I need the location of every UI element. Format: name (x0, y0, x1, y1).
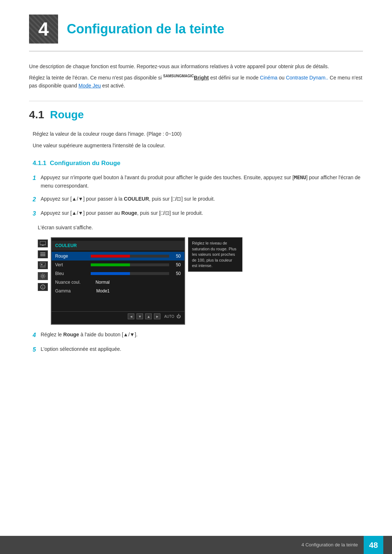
section-divider (29, 101, 363, 101)
footer-text: 4 Configuration de la teinte (302, 541, 358, 549)
step2-couleur: COULEUR (124, 196, 149, 202)
intro-line2: Réglez la teinte de l'écran. Ce menu n'e… (29, 73, 363, 90)
step-3: 3 Appuyez sur [▲/▼] pour passer au Rouge… (33, 209, 363, 218)
magic-super: SAMSUNG (163, 74, 182, 78)
section41-header: 4.1 Rouge (29, 106, 363, 123)
auto-label: AUTO (164, 314, 174, 319)
svg-rect-4 (40, 255, 45, 256)
screen-bleu-bar (91, 272, 169, 275)
icon-menu1 (38, 250, 48, 258)
svg-rect-0 (40, 241, 46, 245)
svg-rect-1 (42, 245, 44, 246)
step4-text: Réglez le Rouge à l'aide du bouton [▲/▼]… (41, 331, 363, 338)
svg-point-10 (40, 276, 41, 276)
cinema-link[interactable]: Cinéma (260, 75, 277, 81)
screen-rouge-bar (91, 255, 169, 258)
screen-nuance-label: Nuance coul. (55, 279, 88, 286)
svg-point-7 (42, 275, 44, 277)
step3-subtext: L'écran suivant s'affiche. (38, 223, 363, 231)
screen-mockup: COULEUR Rouge 50 Vert 50 (51, 237, 185, 325)
chapter-number: 4 (38, 20, 49, 38)
section41-body: Réglez la valeur de la couleur rouge dan… (29, 130, 363, 150)
svg-point-8 (42, 274, 43, 274)
screen-row-vert: Vert 50 (52, 260, 184, 269)
svg-point-12 (41, 274, 42, 275)
step4-number: 4 (33, 331, 41, 340)
step-2: 2 Appuyez sur [▲/▼] pour passer à la COU… (33, 195, 363, 204)
screen-gamma-label: Gamma (55, 288, 88, 294)
step3-number: 3 (33, 209, 41, 218)
nav-down-btn: ▼ (136, 313, 143, 319)
menu-icons: i (38, 237, 48, 291)
magic-brand: MAGIC (182, 74, 194, 78)
chapter-number-box: 4 (29, 15, 58, 44)
step1-text: Appuyez sur n'importe quel bouton à l'av… (41, 173, 363, 190)
step4-prefix: Réglez le (41, 332, 63, 337)
step2-prefix: Appuyez sur [▲/▼] pour passer à la (41, 196, 124, 202)
steps-list-2: 4 Réglez le Rouge à l'aide du bouton [▲/… (29, 331, 363, 354)
section41-body2: Une valeur supérieure augmentera l'inten… (33, 141, 363, 149)
screen-bleu-bar-fill (91, 272, 130, 275)
svg-text:i: i (42, 286, 44, 289)
section41-body1: Réglez la valeur de la couleur rouge dan… (33, 130, 363, 138)
svg-rect-3 (40, 254, 45, 255)
magic-bright: Bright (194, 75, 209, 81)
icon-info: i (38, 283, 48, 291)
subsection411-header: 4.1.1 Configuration du Rouge (29, 159, 363, 168)
footer-page-number: 48 (364, 536, 383, 554)
screen-menu-header: COULEUR (52, 241, 184, 250)
screen-bleu-value: 50 (172, 270, 181, 277)
step4-rouge: Rouge (63, 332, 79, 337)
screen-rouge-value: 50 (172, 253, 181, 259)
screen-vert-value: 50 (172, 262, 181, 268)
screen-row-empty2 (52, 303, 184, 310)
intro-line2-prefix: Réglez la teinte de l'écran. Ce menu n'e… (29, 75, 163, 81)
intro-line2-or: ou (277, 75, 286, 81)
screen-rouge-bar-fill (91, 255, 130, 258)
svg-point-11 (45, 276, 46, 276)
screen-rouge-label: Rouge (55, 253, 88, 259)
screen-bottom-bar: ◄ ▼ ▲ ► AUTO ⏻ (52, 311, 184, 321)
steps-list: 1 Appuyez sur n'importe quel bouton à l'… (29, 173, 363, 218)
svg-point-15 (41, 278, 42, 278)
intro-line2-mid: est défini sur le mode (209, 75, 260, 81)
section41-number: 4.1 (29, 106, 44, 123)
nav-right-btn: ► (154, 313, 160, 319)
intro-line2-final: est activé. (101, 83, 125, 89)
intro-line1: Une description de chaque fonction est f… (29, 62, 363, 70)
svg-point-13 (44, 278, 45, 278)
step1-prefix: Appuyez sur n'importe quel bouton à l'av… (41, 175, 294, 180)
subsection411-title: 4.1.1 Configuration du Rouge (29, 160, 121, 167)
screen-gamma-value: Mode1 (88, 288, 110, 294)
step3-text: Appuyez sur [▲/▼] pour passer au Rouge, … (41, 209, 363, 217)
step2-text: Appuyez sur [▲/▼] pour passer à la COULE… (41, 195, 363, 203)
screen-vert-label: Vert (55, 262, 88, 268)
screen-row-bleu: Bleu 50 (52, 269, 184, 278)
step-4: 4 Réglez le Rouge à l'aide du bouton [▲/… (33, 331, 363, 340)
icon-settings (38, 272, 48, 280)
step1-number: 1 (33, 173, 41, 183)
nav-up-btn: ▲ (145, 313, 152, 319)
screen-tooltip: Réglez le niveau de saturation du rouge.… (188, 237, 242, 272)
subsection411-title-text: Configuration du Rouge (50, 160, 121, 167)
contraste-link[interactable]: Contraste Dynam.. (286, 75, 328, 81)
page-footer: 4 Configuration de la teinte 48 (0, 536, 392, 554)
step5-text: L'option sélectionnée est appliquée. (41, 345, 363, 353)
step5-number: 5 (33, 345, 41, 354)
screen-row-rouge: Rouge 50 (52, 252, 184, 260)
step2-number: 2 (33, 195, 41, 204)
svg-point-14 (44, 274, 45, 275)
section41-title: Rouge (50, 106, 84, 123)
svg-point-9 (42, 278, 43, 279)
step2-suffix: , puis sur [□/⊡] sur le produit. (149, 196, 215, 202)
step4-suffix: à l'aide du bouton [▲/▼]. (79, 332, 138, 337)
screen-row-nuance: Nuance coul. Normal (52, 278, 184, 287)
screen-vert-bar-fill (91, 263, 130, 266)
power-icon: ⏻ (176, 313, 181, 320)
mode-jeu-link[interactable]: Mode Jeu (78, 83, 101, 89)
step1-menu-kbd: MENU (294, 175, 306, 180)
nav-left-btn: ◄ (128, 313, 134, 319)
chapter-header: 4 Configuration de la teinte (29, 15, 363, 52)
step-5: 5 L'option sélectionnée est appliquée. (33, 345, 363, 354)
page-wrapper: 4 Configuration de la teinte Une descrip… (0, 0, 392, 554)
